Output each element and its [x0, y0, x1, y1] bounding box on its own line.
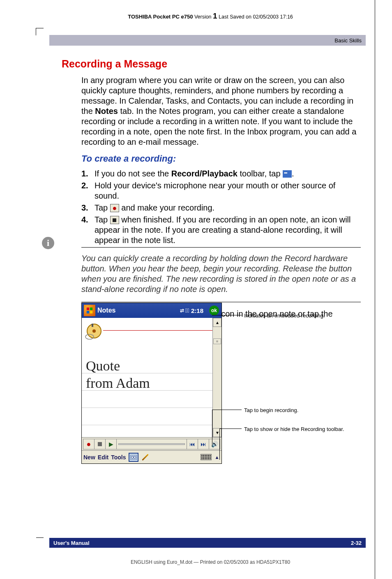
toolbar-record-button[interactable]: ● [83, 439, 95, 449]
toolbar-play-button[interactable]: ▶ [105, 439, 117, 449]
speaker-icon: ◀ͤ [185, 307, 189, 314]
record-button-inline-icon: ● [110, 204, 119, 212]
ok-button[interactable]: ok [209, 306, 219, 315]
svg-rect-1 [90, 308, 92, 310]
connectivity-icon: ⇄ [180, 308, 184, 313]
intro-paragraph: In any program where you can write or dr… [81, 75, 362, 147]
embedded-recording-icon[interactable] [84, 321, 104, 340]
svg-rect-2 [87, 311, 89, 313]
crop-mark-bl-h [36, 537, 44, 538]
callout-begin: Tap to begin recording. [244, 407, 298, 413]
subsection-heading: To create a recording: [81, 153, 362, 164]
callout-embedded: Indicates an embedded recording. [244, 313, 325, 319]
toolbar-next-button[interactable]: ⏭ [198, 439, 209, 449]
recording-toolbar-toggle-icon[interactable] [129, 453, 138, 462]
footer-band: User's Manual 2-32 [49, 538, 366, 548]
handwriting-line-2: from Adam [86, 375, 150, 391]
note-box: You can quickly create a recording by ho… [81, 253, 362, 294]
sip-keyboard-icon[interactable] [201, 454, 212, 460]
pocketpc-titlebar[interactable]: Notes ⇄ ◀ͤ 2:18 ok [82, 303, 221, 318]
step-2: 2. Hold your device's microphone near yo… [81, 181, 362, 201]
footer-page: 2-32 [351, 540, 362, 546]
recording-toolbar: ● ▶ ⏮ ⏭ 🔊 [82, 437, 221, 450]
toolbar-progress-slider[interactable] [116, 439, 187, 449]
breadcrumb: Basic Skills [334, 37, 362, 44]
section-heading: Recording a Message [62, 58, 362, 70]
menu-tools[interactable]: Tools [111, 454, 126, 461]
toolbar-stop-button[interactable] [94, 439, 106, 449]
svg-rect-0 [87, 308, 89, 310]
stop-button-inline-icon [110, 216, 119, 224]
note-canvas-area[interactable]: Quote from Adam ▴ ≡ ▾ [82, 318, 221, 437]
footer-left: User's Manual [53, 540, 90, 546]
start-flag-icon[interactable] [83, 304, 96, 317]
steps-list: 1. If you do not see the Record/Playback… [81, 169, 362, 245]
svg-rect-7 [92, 324, 93, 327]
svg-rect-3 [90, 311, 92, 313]
cassette-icon [283, 170, 292, 178]
crop-mark-right [375, 0, 375, 579]
print-footer: ENGLISH using Euro_M.dot — Printed on 02… [58, 559, 363, 565]
toolbar-prev-button[interactable]: ⏮ [187, 439, 198, 449]
callout-toolbar: Tap to show or hide the Recording toolba… [244, 426, 344, 432]
app-title: Notes [97, 307, 115, 314]
callout-line-toolbar [219, 428, 242, 429]
pen-icon[interactable] [141, 453, 150, 462]
callout-vline-toolbar [219, 428, 220, 460]
callout-line-begin [212, 410, 242, 410]
header-version: 1 [213, 12, 217, 20]
vertical-scrollbar[interactable]: ▴ ≡ ▾ [212, 318, 221, 437]
toolbar-volume-button[interactable]: 🔊 [209, 439, 220, 449]
scroll-down-button[interactable]: ▾ [213, 428, 221, 437]
svg-point-9 [131, 456, 133, 458]
svg-point-5 [92, 329, 96, 333]
screenshot-wrap: Notes ⇄ ◀ͤ 2:18 ok Quote from Adam [81, 303, 377, 464]
note-canvas[interactable]: Quote from Adam [82, 318, 212, 437]
handwriting-line-1: Quote [86, 358, 120, 374]
callout-vline-begin [212, 410, 212, 447]
running-header: TOSHIBA Pocket PC e750 Version 1 Last Sa… [58, 12, 363, 21]
bottom-menubar: New Edit Tools ▴ [82, 450, 221, 463]
step-4: 4. Tap when finished. If you are recordi… [81, 215, 362, 245]
scroll-track[interactable]: ≡ [213, 327, 221, 428]
content-area: Recording a Message In any program where… [62, 58, 362, 334]
scroll-thumb[interactable]: ≡ [213, 338, 221, 344]
note-rule-top [81, 247, 361, 248]
chapter-band-top: Basic Skills [49, 35, 366, 46]
status-area[interactable]: ⇄ ◀ͤ 2:18 [180, 307, 203, 314]
menu-new[interactable]: New [83, 454, 95, 461]
scroll-up-button[interactable]: ▴ [213, 318, 221, 327]
info-icon: i [42, 237, 54, 249]
callout-line-embedded [212, 315, 242, 315]
step-3: 3. Tap ● and make your recording. [81, 203, 362, 213]
clock: 2:18 [191, 307, 203, 314]
sip-up-arrow-icon[interactable]: ▴ [214, 454, 220, 460]
step-1: 1. If you do not see the Record/Playback… [81, 169, 362, 179]
header-product: TOSHIBA Pocket PC e750 [128, 14, 193, 20]
embedded-callout-line [103, 330, 212, 331]
svg-point-10 [134, 456, 136, 458]
crop-mark-tl [36, 28, 44, 30]
pocketpc-window: Notes ⇄ ◀ͤ 2:18 ok Quote from Adam [81, 303, 222, 464]
menu-edit[interactable]: Edit [98, 454, 108, 461]
note-rule-bottom [81, 302, 361, 302]
